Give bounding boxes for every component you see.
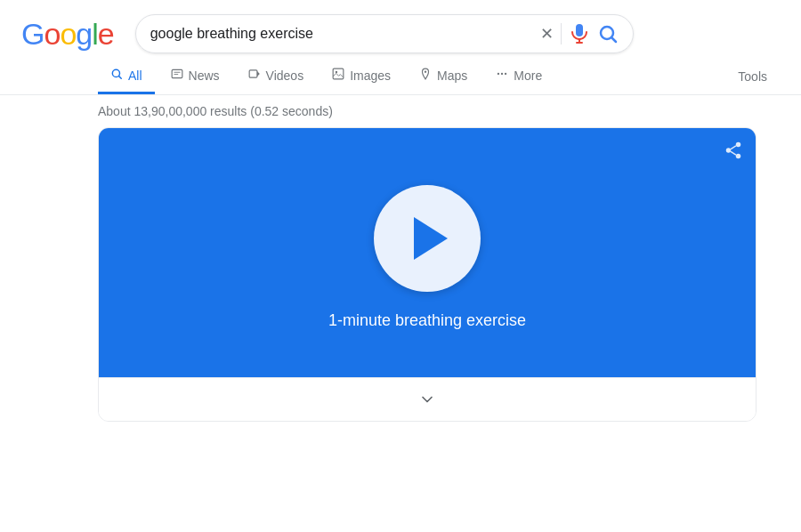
google-logo[interactable]: Google [21, 17, 114, 52]
nav-videos-label: Videos [266, 69, 304, 83]
svg-line-3 [119, 77, 122, 79]
header: Google ✕ [0, 0, 801, 53]
svg-point-15 [736, 142, 741, 148]
svg-point-11 [425, 71, 426, 73]
svg-point-13 [501, 73, 503, 75]
search-bar: ✕ [135, 14, 634, 53]
nav-item-images[interactable]: Images [320, 59, 403, 94]
video-section: 1-minute breathing exercise [99, 128, 756, 377]
svg-line-19 [731, 151, 736, 155]
search-icon[interactable] [597, 23, 619, 44]
mic-icon[interactable] [569, 23, 590, 44]
results-count-text: About 13,90,00,000 results (0.52 seconds… [98, 104, 333, 118]
svg-rect-7 [249, 70, 257, 77]
svg-marker-8 [256, 71, 259, 77]
svg-point-10 [336, 71, 337, 73]
featured-card: 1-minute breathing exercise [98, 127, 756, 422]
nav-more-label: More [514, 69, 542, 83]
nav-all-label: All [128, 69, 142, 83]
share-icon [724, 141, 743, 160]
more-icon [496, 68, 508, 83]
nav-bar: All News Videos [0, 59, 801, 95]
svg-line-18 [731, 146, 736, 149]
search-input[interactable] [150, 26, 533, 42]
play-triangle-icon [414, 217, 448, 260]
tools-button[interactable]: Tools [725, 60, 780, 93]
svg-point-14 [505, 73, 506, 75]
play-button[interactable] [374, 185, 481, 292]
nav-maps-label: Maps [437, 69, 467, 83]
search-divider [561, 23, 562, 44]
svg-rect-4 [172, 69, 182, 77]
nav-images-label: Images [350, 69, 391, 83]
nav-left: All News Videos [98, 59, 554, 94]
expand-button[interactable] [99, 377, 756, 421]
video-title: 1-minute breathing exercise [328, 311, 526, 330]
results-count: About 13,90,00,000 results (0.52 seconds… [0, 95, 801, 127]
nav-item-all[interactable]: All [98, 59, 155, 94]
nav-item-maps[interactable]: Maps [407, 59, 480, 94]
nav-item-videos[interactable]: Videos [236, 59, 317, 94]
svg-point-17 [736, 154, 741, 159]
search-icon-small [110, 68, 123, 83]
news-icon [171, 68, 183, 83]
svg-line-1 [611, 38, 616, 43]
nav-news-label: News [189, 69, 220, 83]
images-icon [332, 68, 344, 83]
chevron-down-icon [418, 391, 436, 408]
clear-icon[interactable]: ✕ [540, 24, 554, 44]
svg-rect-9 [333, 69, 344, 79]
svg-point-12 [498, 73, 499, 75]
maps-icon [419, 68, 432, 83]
tools-label: Tools [738, 69, 767, 84]
nav-right: Tools [725, 60, 780, 93]
nav-item-news[interactable]: News [158, 59, 232, 94]
video-icon [248, 68, 261, 83]
svg-point-16 [726, 148, 732, 153]
share-button[interactable] [724, 141, 743, 164]
nav-item-more[interactable]: More [483, 59, 554, 94]
